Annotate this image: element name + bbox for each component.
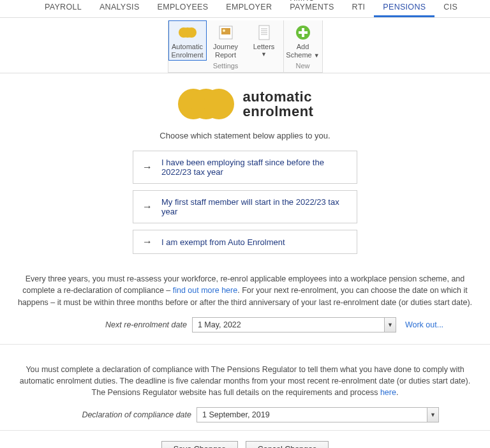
- svg-rect-13: [299, 31, 308, 34]
- svg-point-2: [186, 27, 197, 38]
- ribbon-item-line1: Journey: [213, 43, 238, 51]
- cancel-changes-button[interactable]: Cancel Changes: [246, 441, 329, 448]
- chevron-down-icon[interactable]: ▼: [384, 318, 396, 332]
- chevron-down-icon: ▼: [261, 51, 267, 57]
- svg-point-5: [223, 29, 225, 32]
- declaration-date-combo[interactable]: ▼: [197, 407, 439, 422]
- action-buttons: Save Changes Cancel Changes: [0, 430, 490, 448]
- arrow-right-icon: →: [142, 202, 152, 212]
- tab-payroll[interactable]: PAYROLL: [36, 3, 91, 17]
- ribbon-group-label: Settings: [168, 61, 283, 72]
- ribbon-add-scheme[interactable]: Add Scheme ▼: [284, 20, 322, 61]
- save-changes-button[interactable]: Save Changes: [161, 441, 238, 448]
- plus-circle-icon: [294, 24, 312, 41]
- arrow-right-icon: →: [142, 237, 152, 247]
- ribbon-item-line1: Automatic: [172, 43, 203, 51]
- ribbon-item-line2: Scheme ▼: [286, 51, 319, 59]
- svg-rect-4: [221, 28, 230, 34]
- ribbon-item-line2: Report: [215, 51, 236, 59]
- page-logo: automatic enrolment: [0, 89, 490, 119]
- find-out-more-link[interactable]: find out more here: [173, 286, 237, 295]
- ribbon-automatic-enrolment[interactable]: Automatic Enrolment: [168, 20, 207, 61]
- ribbon-group-label: New: [284, 61, 322, 72]
- declaration-date-label: Declaration of compliance date: [51, 410, 191, 419]
- tab-analysis[interactable]: ANALYSIS: [91, 3, 149, 17]
- work-out-link[interactable]: Work out...: [405, 320, 443, 329]
- arrow-right-icon: →: [142, 162, 152, 172]
- tab-rti[interactable]: RTI: [343, 3, 375, 17]
- tab-hmrc-payments[interactable]: HMRC PAYMENTS: [281, 0, 343, 17]
- ribbon-item-line1: Letters: [253, 43, 275, 51]
- image-icon: [217, 24, 235, 41]
- ribbon-item-line1: Add: [297, 43, 309, 51]
- coins-icon: [179, 24, 197, 41]
- divider: [0, 344, 490, 345]
- tab-cis[interactable]: CIS: [434, 3, 466, 17]
- subheading: Choose which statement below applies to …: [0, 131, 490, 140]
- chevron-down-icon[interactable]: ▼: [427, 408, 438, 422]
- next-reenrolment-date-combo[interactable]: ▼: [192, 317, 396, 332]
- reenrolment-text: Every three years, you must re-assess yo…: [15, 273, 475, 308]
- option-exempt[interactable]: → I am exempt from Auto Enrolment: [133, 230, 357, 254]
- tab-pensions[interactable]: PENSIONS: [374, 3, 434, 17]
- ribbon-group-settings: Automatic Enrolment Journey Report: [168, 20, 283, 72]
- option-existing-employer[interactable]: → I have been employing staff since befo…: [133, 151, 357, 184]
- declaration-date-input[interactable]: [197, 408, 427, 422]
- main-tabs: PAYROLL ANALYSIS EMPLOYEES EMPLOYER HMRC…: [0, 0, 490, 18]
- declaration-text: You must complete a declaration of compl…: [15, 364, 475, 398]
- ribbon-journey-report[interactable]: Journey Report: [207, 20, 245, 61]
- ribbon: Automatic Enrolment Journey Report: [0, 18, 490, 73]
- statement-options: → I have been employing staff since befo…: [133, 151, 357, 254]
- option-label: I am exempt from Auto Enrolment: [161, 237, 285, 247]
- logo-circles-icon: [177, 89, 234, 119]
- here-link[interactable]: here: [380, 388, 396, 397]
- logo-text: automatic enrolment: [243, 89, 314, 119]
- ribbon-item-line2: Enrolment: [171, 51, 203, 59]
- option-first-staff-2022-23[interactable]: → My first staff member will start in th…: [133, 190, 357, 223]
- option-label: My first staff member will start in the …: [161, 197, 348, 216]
- ribbon-group-new: Add Scheme ▼ New: [284, 20, 322, 72]
- reenrolment-section: Every three years, you must re-assess yo…: [0, 273, 490, 332]
- declaration-section: You must complete a declaration of compl…: [0, 364, 490, 422]
- tab-employees[interactable]: EMPLOYEES: [149, 3, 218, 17]
- option-label: I have been employing staff since before…: [161, 158, 348, 177]
- next-reenrolment-label: Next re-enrolment date: [47, 320, 187, 329]
- tab-employer[interactable]: EMPLOYER: [217, 3, 281, 17]
- document-icon: [255, 24, 273, 41]
- next-reenrolment-date-input[interactable]: [193, 318, 384, 332]
- chevron-down-icon: ▼: [314, 52, 320, 59]
- ribbon-letters[interactable]: Letters ▼: [245, 20, 283, 61]
